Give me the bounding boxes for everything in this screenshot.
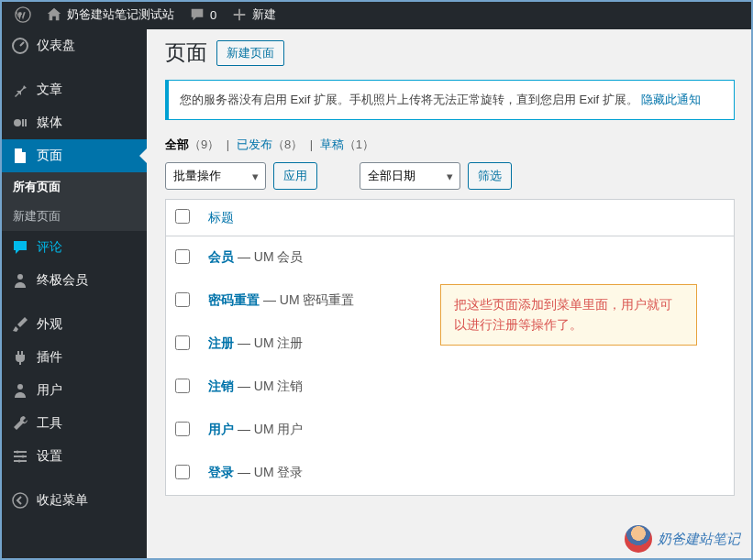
submenu-new-page[interactable]: 新建页面 (0, 202, 147, 231)
page-icon (11, 147, 29, 165)
row-suffix: — UM 登录 (234, 465, 303, 479)
sidebar-label: 评论 (37, 239, 62, 256)
sidebar-label: 插件 (37, 349, 62, 366)
watermark-avatar-icon (625, 525, 652, 553)
new-page-button[interactable]: 新建页面 (216, 40, 284, 66)
media-icon (11, 114, 29, 132)
dashboard-icon (11, 37, 29, 55)
exif-notice: 您的服务器没有启用 Exif 扩展。手机照片上传将无法正常旋转，直到您启用 Ex… (165, 80, 735, 120)
pin-icon (11, 81, 29, 99)
row-suffix: — UM 密码重置 (260, 292, 354, 307)
bulk-action-select[interactable]: 批量操作 (165, 162, 266, 190)
sidebar-label: 外观 (37, 316, 62, 333)
wordpress-icon (15, 6, 31, 23)
page-title: 页面 (165, 38, 207, 67)
home-icon (46, 6, 62, 23)
column-title[interactable]: 标题 (199, 200, 735, 236)
comment-icon (189, 6, 205, 23)
comments-link[interactable]: 0 (182, 0, 224, 29)
sidebar-label: 文章 (37, 82, 62, 98)
pages-table: 标题 会员 — UM 会员密码重置 — UM 密码重置注册 — UM 注册注销 … (165, 199, 735, 496)
site-name: 奶爸建站笔记测试站 (67, 6, 174, 23)
row-suffix: — UM 注销 (234, 379, 303, 393)
sidebar-item-tools[interactable]: 工具 (0, 407, 147, 440)
watermark-text: 奶爸建站笔记 (658, 531, 740, 548)
sidebar-item-settings[interactable]: 设置 (0, 440, 147, 473)
svg-point-6 (22, 456, 25, 458)
person-icon (11, 271, 29, 290)
filter-published[interactable]: 已发布 (237, 137, 272, 151)
wp-logo[interactable] (7, 0, 39, 29)
sidebar-item-collapse[interactable]: 收起菜单 (0, 484, 147, 517)
collapse-icon (11, 491, 29, 510)
svg-point-2 (14, 119, 21, 126)
user-icon (11, 381, 29, 400)
sidebar-label: 仪表盘 (37, 38, 75, 54)
sidebar-item-ultimate-member[interactable]: 终极会员 (0, 264, 147, 297)
row-checkbox[interactable] (175, 249, 190, 264)
sidebar-item-appearance[interactable]: 外观 (0, 308, 147, 341)
sidebar-item-plugins[interactable]: 插件 (0, 341, 147, 374)
site-name-link[interactable]: 奶爸建站笔记测试站 (39, 0, 182, 29)
sliders-icon (11, 447, 29, 466)
row-checkbox[interactable] (175, 422, 190, 436)
row-suffix: — UM 注册 (234, 335, 303, 350)
page-title-link[interactable]: 会员 (208, 249, 234, 264)
sidebar-label: 页面 (37, 148, 62, 164)
svg-point-8 (13, 493, 28, 508)
row-checkbox[interactable] (175, 335, 190, 350)
filter-draft[interactable]: 草稿 (320, 137, 344, 151)
svg-point-4 (17, 384, 23, 390)
row-checkbox[interactable] (175, 465, 190, 479)
sidebar-label: 用户 (37, 382, 62, 399)
table-row: 用户 — UM 用户 (166, 409, 735, 452)
svg-point-5 (17, 451, 19, 454)
page-title-link[interactable]: 用户 (208, 422, 234, 436)
sidebar-item-posts[interactable]: 文章 (0, 73, 147, 106)
instructional-annotation: 把这些页面添加到菜单里面，用户就可以进行注册等操作了。 (440, 284, 697, 346)
sidebar-item-comments[interactable]: 评论 (0, 231, 147, 264)
table-row: 会员 — UM 会员 (166, 236, 735, 280)
table-row: 注销 — UM 注销 (166, 366, 735, 409)
select-all-checkbox[interactable] (175, 209, 190, 224)
admin-sidebar: 仪表盘 文章 媒体 页面 所有页面 新建页面 评论 终极会员 外观 (0, 29, 147, 560)
pages-submenu: 所有页面 新建页面 (0, 172, 147, 231)
sidebar-item-dashboard[interactable]: 仪表盘 (0, 29, 147, 62)
sidebar-label: 设置 (37, 448, 62, 465)
sidebar-item-users[interactable]: 用户 (0, 374, 147, 407)
row-checkbox[interactable] (175, 292, 190, 307)
row-suffix: — UM 会员 (234, 249, 303, 264)
sidebar-label: 媒体 (37, 115, 62, 131)
row-suffix: — UM 用户 (234, 422, 303, 436)
plug-icon (11, 348, 29, 367)
watermark: 奶爸建站笔记 (625, 525, 740, 553)
wrench-icon (11, 414, 29, 433)
submenu-all-pages[interactable]: 所有页面 (0, 172, 147, 202)
plus-icon (231, 6, 248, 23)
row-checkbox[interactable] (175, 379, 190, 393)
sidebar-label: 终极会员 (37, 272, 88, 289)
svg-point-7 (18, 460, 21, 463)
admin-toolbar: 奶爸建站笔记测试站 0 新建 (0, 0, 753, 29)
comments-count: 0 (210, 8, 216, 22)
new-content-link[interactable]: 新建 (224, 0, 283, 29)
filter-button[interactable]: 筛选 (468, 162, 512, 190)
page-title-link[interactable]: 注册 (208, 335, 234, 350)
brush-icon (11, 315, 29, 334)
sidebar-label: 工具 (37, 415, 62, 432)
page-title-link[interactable]: 登录 (208, 465, 234, 479)
comment-icon (11, 238, 29, 257)
page-title-link[interactable]: 密码重置 (208, 292, 260, 307)
status-filters: 全部（9） | 已发布（8） | 草稿（1） (165, 137, 735, 153)
sidebar-item-pages[interactable]: 页面 (0, 139, 147, 172)
page-title-link[interactable]: 注销 (208, 379, 234, 393)
filter-all[interactable]: 全部 (165, 137, 189, 151)
sidebar-item-media[interactable]: 媒体 (0, 106, 147, 139)
new-label: 新建 (252, 6, 276, 23)
notice-text: 您的服务器没有启用 Exif 扩展。手机照片上传将无法正常旋转，直到您启用 Ex… (180, 93, 638, 106)
dismiss-notice-link[interactable]: 隐藏此通知 (641, 93, 701, 106)
apply-button[interactable]: 应用 (273, 162, 317, 190)
tablenav: 批量操作 应用 全部日期 筛选 (165, 162, 735, 190)
date-filter-select[interactable]: 全部日期 (360, 162, 460, 190)
svg-point-3 (17, 274, 23, 280)
